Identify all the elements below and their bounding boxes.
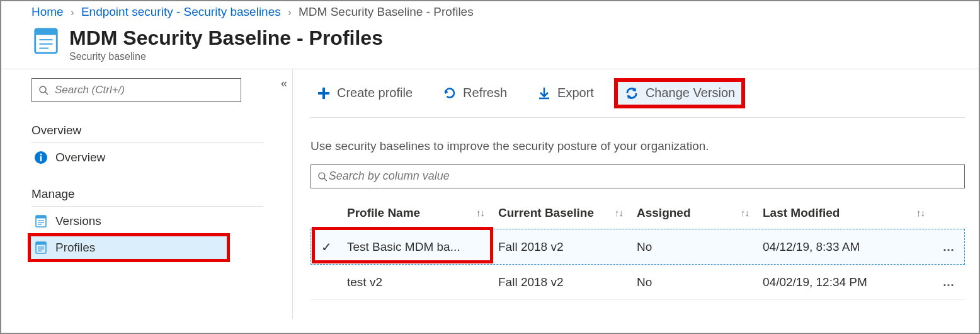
document-icon bbox=[34, 214, 48, 228]
breadcrumb-home[interactable]: Home bbox=[31, 5, 64, 18]
sidebar-item-versions[interactable]: Versions bbox=[29, 208, 263, 234]
sidebar-search-input[interactable] bbox=[54, 83, 234, 97]
export-button[interactable]: Export bbox=[531, 82, 600, 104]
svg-rect-16 bbox=[36, 242, 46, 245]
toolbar: Create profile Refresh Export bbox=[311, 69, 965, 118]
content: Create profile Refresh Export bbox=[293, 69, 979, 319]
cell-baseline: Fall 2018 v2 bbox=[493, 265, 632, 299]
collapse-sidebar-icon[interactable]: « bbox=[281, 77, 283, 90]
description-text: Use security baselines to improve the se… bbox=[311, 139, 965, 153]
toolbar-label: Export bbox=[557, 86, 594, 100]
sort-icon: ↑↓ bbox=[615, 207, 623, 218]
sort-icon: ↑↓ bbox=[741, 207, 749, 218]
sort-icon: ↑↓ bbox=[476, 207, 484, 218]
sidebar-item-overview[interactable]: Overview bbox=[29, 144, 263, 171]
svg-rect-8 bbox=[40, 156, 42, 161]
svg-point-9 bbox=[40, 153, 42, 155]
sidebar-item-profiles[interactable]: Profiles bbox=[29, 234, 229, 261]
profiles-table: Profile Name↑↓ Current Baseline↑↓ Assign… bbox=[311, 200, 965, 300]
sidebar-item-label: Overview bbox=[55, 151, 105, 164]
toolbar-label: Create profile bbox=[337, 86, 413, 100]
sync-icon bbox=[624, 86, 639, 101]
search-icon bbox=[317, 171, 328, 181]
svg-rect-1 bbox=[35, 29, 57, 35]
baseline-document-icon bbox=[31, 26, 60, 55]
sort-icon: ↑↓ bbox=[916, 207, 925, 218]
document-icon bbox=[34, 241, 48, 255]
checkmark-icon[interactable]: ✓ bbox=[321, 240, 332, 254]
column-search-input[interactable] bbox=[328, 169, 958, 183]
row-menu-icon[interactable]: … bbox=[933, 265, 965, 299]
col-checkbox bbox=[311, 200, 342, 229]
cell-assigned: No bbox=[632, 265, 758, 299]
page-title: MDM Security Baseline - Profiles bbox=[69, 26, 383, 50]
breadcrumb: Home › Endpoint security - Security base… bbox=[1, 1, 979, 24]
svg-point-5 bbox=[40, 86, 46, 93]
svg-line-6 bbox=[45, 92, 48, 95]
col-last-modified[interactable]: Last Modified↑↓ bbox=[758, 200, 933, 229]
col-profile-name[interactable]: Profile Name↑↓ bbox=[342, 200, 493, 229]
cell-assigned: No bbox=[632, 229, 758, 265]
download-icon bbox=[537, 86, 551, 100]
sidebar: « Overview Overview Manage bbox=[1, 69, 293, 319]
cell-profile-name: Test Basic MDM ba... bbox=[342, 229, 493, 265]
row-menu-icon[interactable]: … bbox=[933, 229, 965, 265]
page-header: MDM Security Baseline - Profiles Securit… bbox=[1, 24, 979, 69]
search-icon bbox=[38, 85, 48, 95]
page-subtitle: Security baseline bbox=[69, 51, 383, 62]
svg-rect-11 bbox=[36, 216, 46, 219]
cell-modified: 04/02/19, 12:34 PM bbox=[758, 265, 933, 299]
cell-modified: 04/12/19, 8:33 AM bbox=[758, 229, 933, 265]
table-row[interactable]: ✓ Test Basic MDM ba... Fall 2018 v2 No 0… bbox=[311, 229, 965, 265]
sidebar-section-manage: Manage bbox=[31, 182, 263, 207]
column-search[interactable] bbox=[311, 164, 965, 188]
breadcrumb-endpoint-security[interactable]: Endpoint security - Security baselines bbox=[81, 5, 281, 18]
sidebar-item-label: Profiles bbox=[55, 241, 95, 255]
breadcrumb-current: MDM Security Baseline - Profiles bbox=[299, 5, 474, 18]
info-icon bbox=[34, 151, 48, 164]
change-version-highlight: Change Version bbox=[614, 78, 745, 108]
col-assigned[interactable]: Assigned↑↓ bbox=[632, 200, 758, 229]
chevron-right-icon: › bbox=[288, 6, 292, 18]
create-profile-button[interactable]: Create profile bbox=[311, 82, 419, 104]
col-current-baseline[interactable]: Current Baseline↑↓ bbox=[493, 200, 632, 229]
plus-icon bbox=[317, 86, 331, 100]
chevron-right-icon: › bbox=[71, 6, 74, 18]
toolbar-label: Change Version bbox=[646, 86, 735, 100]
table-row[interactable]: test v2 Fall 2018 v2 No 04/02/19, 12:34 … bbox=[311, 265, 965, 299]
sidebar-search[interactable] bbox=[31, 78, 241, 102]
svg-point-24 bbox=[319, 173, 325, 179]
sidebar-item-label: Versions bbox=[55, 214, 101, 228]
svg-line-25 bbox=[324, 178, 327, 181]
toolbar-label: Refresh bbox=[463, 86, 507, 100]
cell-profile-name: test v2 bbox=[342, 265, 493, 299]
refresh-icon bbox=[443, 86, 457, 100]
cell-baseline: Fall 2018 v2 bbox=[493, 229, 632, 265]
sidebar-section-overview: Overview bbox=[31, 118, 263, 143]
refresh-button[interactable]: Refresh bbox=[436, 82, 513, 104]
change-version-button[interactable]: Change Version bbox=[618, 82, 741, 105]
